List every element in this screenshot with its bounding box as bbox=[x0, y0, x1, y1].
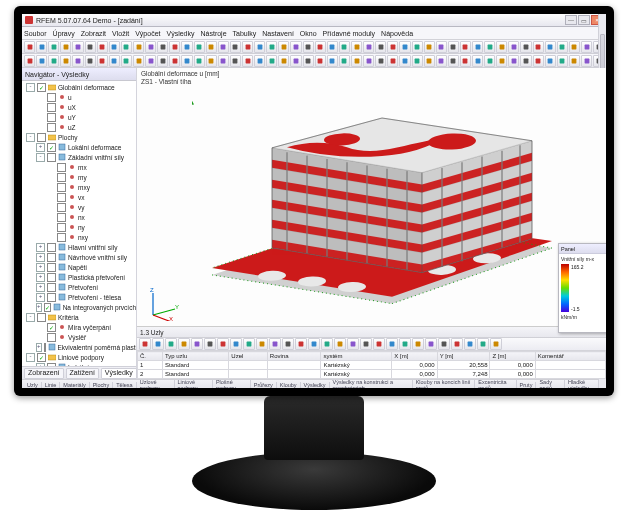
toolbar-button[interactable] bbox=[269, 338, 281, 350]
navigator-tab[interactable]: Zobrazení bbox=[24, 368, 64, 379]
toolbar-button[interactable] bbox=[109, 55, 120, 67]
table-cell[interactable]: Standard bbox=[162, 370, 228, 379]
toolbar-button[interactable] bbox=[545, 41, 556, 53]
toolbar-button[interactable] bbox=[321, 338, 333, 350]
table-cell[interactable] bbox=[535, 361, 605, 370]
bottom-tab[interactable]: Klouby bbox=[277, 382, 301, 388]
toolbar-button[interactable] bbox=[545, 55, 556, 67]
tree-node[interactable]: uY bbox=[22, 112, 136, 122]
tree-node[interactable]: +Hlavní vnitřní síly bbox=[22, 242, 136, 252]
toolbar-button[interactable] bbox=[436, 55, 447, 67]
table-cell[interactable]: 1 bbox=[138, 361, 163, 370]
toolbar-button[interactable] bbox=[278, 55, 289, 67]
toolbar-button[interactable] bbox=[425, 338, 437, 350]
toolbar-button[interactable] bbox=[157, 41, 168, 53]
table-cell[interactable] bbox=[229, 379, 268, 380]
toolbar-button[interactable] bbox=[157, 55, 168, 67]
toolbar-button[interactable] bbox=[557, 55, 568, 67]
toolbar-button[interactable] bbox=[60, 41, 71, 53]
tree-checkbox[interactable] bbox=[47, 93, 56, 102]
toolbar-button[interactable] bbox=[464, 338, 476, 350]
menu-výpočet[interactable]: Výpočet bbox=[135, 30, 160, 37]
tree-expand-icon[interactable]: + bbox=[36, 143, 45, 152]
toolbar-button[interactable] bbox=[424, 55, 435, 67]
menu-vložit[interactable]: Vložit bbox=[112, 30, 129, 37]
toolbar-button[interactable] bbox=[386, 338, 398, 350]
toolbar-button[interactable] bbox=[121, 41, 132, 53]
toolbar-button[interactable] bbox=[218, 41, 229, 53]
table-cell[interactable] bbox=[267, 370, 321, 379]
menu-soubor[interactable]: Soubor bbox=[24, 30, 47, 37]
toolbar-button[interactable] bbox=[133, 41, 144, 53]
menu-nastavení[interactable]: Nastavení bbox=[262, 30, 294, 37]
toolbar-button[interactable] bbox=[351, 41, 362, 53]
toolbar-button[interactable] bbox=[424, 41, 435, 53]
toolbar-button[interactable] bbox=[230, 41, 241, 53]
toolbar-button[interactable] bbox=[308, 338, 320, 350]
toolbar-button[interactable] bbox=[206, 41, 217, 53]
tree-node[interactable]: -✓Liniové podpory bbox=[22, 352, 136, 362]
bottom-tab[interactable]: Výsledky na konstrukci a membránách bbox=[330, 379, 413, 388]
tree-expand-icon[interactable]: - bbox=[26, 133, 35, 142]
bottom-tab[interactable]: Materiály bbox=[60, 382, 89, 388]
toolbar-button[interactable] bbox=[178, 338, 190, 350]
table-row[interactable]: 3StandardKartézský0,0000,0000,000 bbox=[138, 379, 606, 380]
tree-node[interactable]: +Ekvivalentní poměrná plasticita bbox=[22, 342, 136, 352]
table-cell[interactable]: 0,000 bbox=[392, 370, 437, 379]
table-cell[interactable]: 20,558 bbox=[437, 361, 490, 370]
toolbar-button[interactable] bbox=[256, 338, 268, 350]
tree-node[interactable]: mxy bbox=[22, 182, 136, 192]
toolbar-button[interactable] bbox=[448, 55, 459, 67]
menu-tabulky[interactable]: Tabulky bbox=[233, 30, 257, 37]
tree-expand-icon[interactable]: + bbox=[36, 303, 42, 312]
toolbar-button[interactable] bbox=[194, 55, 205, 67]
tree-checkbox[interactable] bbox=[47, 123, 56, 132]
toolbar-button[interactable] bbox=[339, 55, 350, 67]
tree-node[interactable]: +✓Lokální deformace bbox=[22, 142, 136, 152]
toolbar-button[interactable] bbox=[451, 338, 463, 350]
toolbar-button[interactable] bbox=[351, 55, 362, 67]
toolbar-button[interactable] bbox=[72, 41, 83, 53]
toolbar-button[interactable] bbox=[24, 41, 35, 53]
toolbar-button[interactable] bbox=[230, 55, 241, 67]
toolbar-button[interactable] bbox=[508, 41, 519, 53]
navigator-tab[interactable]: Zatížení bbox=[66, 368, 99, 379]
toolbar-button[interactable] bbox=[243, 338, 255, 350]
model-viewport[interactable]: Globální deformace u [mm] ZS1 - Vlastní … bbox=[137, 68, 606, 379]
tree-expand-icon[interactable]: + bbox=[36, 243, 45, 252]
toolbar-button[interactable] bbox=[217, 338, 229, 350]
tree-expand-icon[interactable]: - bbox=[36, 153, 45, 162]
column-header[interactable]: Y [m] bbox=[437, 352, 490, 361]
tree-checkbox[interactable] bbox=[57, 213, 66, 222]
tree-checkbox[interactable] bbox=[57, 203, 66, 212]
tree-node[interactable]: -Kritéria bbox=[22, 312, 136, 322]
tree-checkbox[interactable] bbox=[47, 243, 56, 252]
tree-expand-icon[interactable]: + bbox=[36, 263, 45, 272]
bottom-tab[interactable]: Sady prutů bbox=[536, 379, 565, 388]
tree-checkbox[interactable] bbox=[47, 113, 56, 122]
table-cell[interactable]: 0,000 bbox=[437, 379, 490, 380]
toolbar-button[interactable] bbox=[436, 41, 447, 53]
menu-přídavné moduly[interactable]: Přídavné moduly bbox=[323, 30, 376, 37]
toolbar-button[interactable] bbox=[373, 338, 385, 350]
toolbar-button[interactable] bbox=[169, 55, 180, 67]
table-cell[interactable]: 2 bbox=[138, 370, 163, 379]
toolbar-button[interactable] bbox=[181, 41, 192, 53]
bottom-tab[interactable]: Excentricita prutů bbox=[475, 379, 516, 388]
maximize-button[interactable]: ▭ bbox=[578, 15, 590, 25]
bottom-tab[interactable]: Plochy bbox=[90, 382, 114, 388]
tree-checkbox[interactable] bbox=[37, 133, 46, 142]
tree-node[interactable]: -✓Globální deformace bbox=[22, 82, 136, 92]
toolbar-button[interactable] bbox=[242, 41, 253, 53]
table-cell[interactable]: Kartézský bbox=[321, 370, 392, 379]
tree-checkbox[interactable] bbox=[47, 273, 56, 282]
table-cell[interactable]: 0,000 bbox=[392, 379, 437, 380]
tree-checkbox[interactable] bbox=[47, 293, 56, 302]
tree-node[interactable]: -Plochy bbox=[22, 132, 136, 142]
toolbar-button[interactable] bbox=[194, 41, 205, 53]
table-cell[interactable]: Standard bbox=[162, 361, 228, 370]
toolbar-button[interactable] bbox=[254, 55, 265, 67]
bottom-tab[interactable]: Plošné podpory bbox=[213, 379, 251, 388]
toolbar-button[interactable] bbox=[375, 55, 386, 67]
table-cell[interactable] bbox=[535, 370, 605, 379]
